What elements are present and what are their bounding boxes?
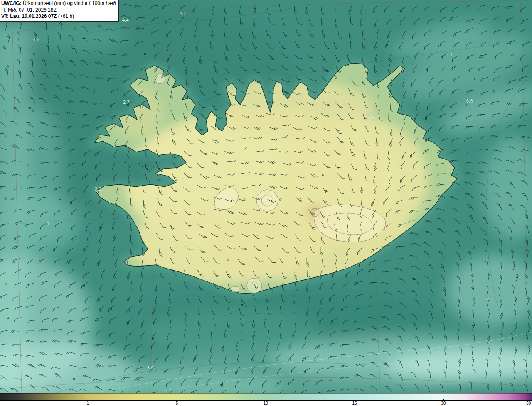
valid-time-value: Lau. 10.01.2026 07Z xyxy=(10,13,57,19)
colorbar-tick-label: 10 xyxy=(264,401,268,406)
valid-time-line: VT: Lau. 10.01.2026 07Z (+61 h) xyxy=(1,13,116,20)
colorbar-tick-mark xyxy=(266,399,266,401)
colorbar-tick-label: 50 xyxy=(526,401,531,406)
colorbar-tick-mark xyxy=(531,399,531,401)
field-title: Úrkomumætti (mm) og vindur í 100m hæð xyxy=(23,0,116,6)
forecast-header: UWC/IG: Úrkomumætti (mm) og vindur í 100… xyxy=(0,0,119,22)
init-time-line: IT: Mið. 07. 01. 2026 18Z xyxy=(1,7,116,14)
valid-time-offset: (+61 h) xyxy=(58,13,74,19)
colorbar-tick-label: 30 xyxy=(441,401,446,406)
colorbar-tick-label: 1 xyxy=(86,401,89,406)
colorbar-tick-mark xyxy=(355,399,355,401)
colorbar-tick-label: 15 xyxy=(352,401,357,406)
model-name: UWC/IG: xyxy=(1,0,22,6)
weather-map-viewport: 4.44.24.97.17.67.62.76.62.13.01.44.46.53… xyxy=(0,0,532,406)
init-time-label: IT: xyxy=(1,7,7,13)
colorbar-tick-mark xyxy=(443,399,444,401)
init-time-value: Mið. 07. 01. 2026 18Z xyxy=(8,7,57,13)
precip-colorbar: 1510153050 xyxy=(0,393,532,406)
colorbar-labels: 1510153050 xyxy=(0,400,532,406)
valid-time-label: VT: xyxy=(1,13,9,19)
colorbar-tick-mark xyxy=(177,399,177,401)
header-title-line: UWC/IG: Úrkomumætti (mm) og vindur í 100… xyxy=(1,0,116,7)
map-canvas xyxy=(0,0,532,406)
colorbar-tick-label: 5 xyxy=(176,401,178,406)
colorbar-tick-mark xyxy=(88,399,88,401)
